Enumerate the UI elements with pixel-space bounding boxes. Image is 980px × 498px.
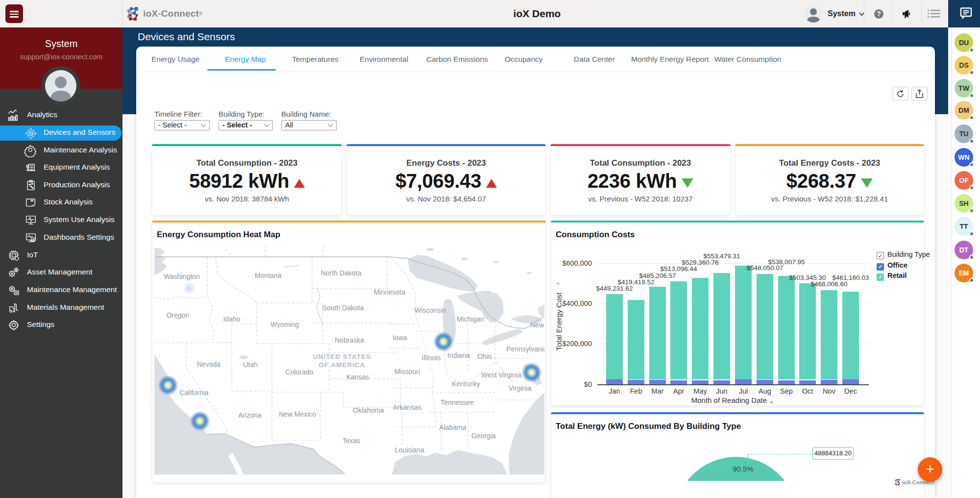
svg-text:Colorado: Colorado: [286, 368, 314, 376]
svg-text:Ohio: Ohio: [477, 352, 492, 360]
svg-text:California: California: [179, 389, 208, 397]
svg-text:Virginia: Virginia: [509, 384, 532, 392]
svg-text:Washington: Washington: [164, 273, 199, 280]
svg-text:Iowa: Iowa: [392, 334, 407, 342]
svg-text:Kentucky: Kentucky: [452, 380, 480, 388]
svg-text:Utah: Utah: [243, 361, 258, 369]
svg-text:Illinois: Illinois: [422, 354, 441, 362]
svg-text:Wisconsin: Wisconsin: [415, 306, 446, 314]
svg-text:OF AMERICA: OF AMERICA: [319, 361, 366, 369]
svg-text:Idaho: Idaho: [223, 315, 240, 323]
svg-text:Tennessee: Tennessee: [441, 398, 474, 406]
svg-text:Nebraska: Nebraska: [335, 336, 364, 344]
svg-text:West Virginia: West Virginia: [481, 371, 521, 379]
svg-text:Kansas: Kansas: [346, 373, 369, 381]
svg-text:Georgia: Georgia: [471, 432, 496, 440]
svg-text:Montana: Montana: [255, 272, 282, 279]
svg-text:Missouri: Missouri: [394, 368, 420, 375]
svg-text:South Dakota: South Dakota: [322, 304, 364, 312]
svg-text:New-Yo: New-Yo: [530, 321, 544, 329]
svg-text:Arizona: Arizona: [238, 411, 262, 419]
svg-text:Michigan: Michigan: [457, 315, 484, 323]
svg-text:Oregon: Oregon: [167, 311, 190, 319]
svg-text:North Dakota: North Dakota: [321, 269, 362, 277]
svg-text:Arkansas: Arkansas: [393, 403, 421, 411]
svg-text:Pennsylvania: Pennsylvania: [506, 345, 544, 353]
svg-text:Texas: Texas: [343, 437, 361, 445]
svg-text:Oklahoma: Oklahoma: [353, 406, 384, 414]
svg-text:New Mexico: New Mexico: [279, 410, 316, 418]
svg-text:Louisiana: Louisiana: [395, 446, 424, 454]
svg-text:Alabama: Alabama: [439, 423, 466, 431]
svg-text:Minnesota: Minnesota: [374, 288, 406, 296]
svg-text:Indiana: Indiana: [447, 351, 470, 359]
svg-text:UNITED STATES: UNITED STATES: [313, 353, 371, 360]
svg-text:Nevada: Nevada: [197, 360, 220, 368]
svg-text:Wyoming: Wyoming: [270, 321, 299, 328]
